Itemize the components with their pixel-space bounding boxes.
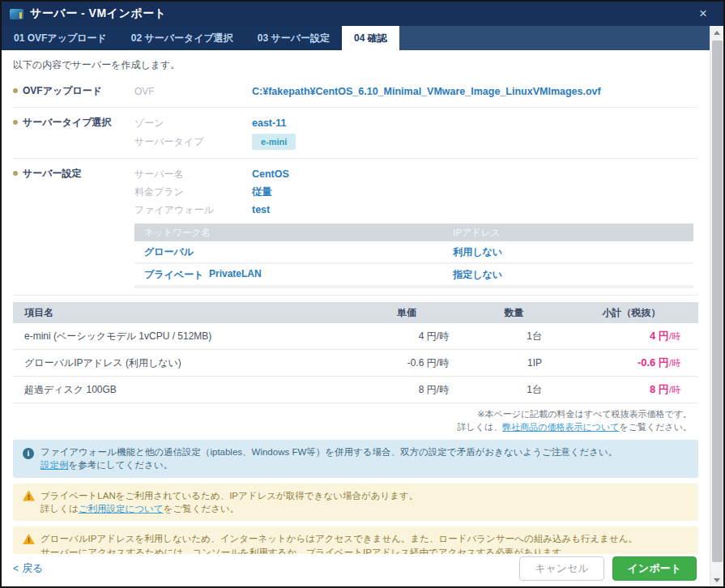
- section-server-type-title: サーバータイプ選択: [23, 116, 111, 130]
- config-example-link[interactable]: 設定例: [41, 460, 69, 470]
- network-table-header: ネットワーク名 IPアドレス: [134, 224, 693, 241]
- pricing-subtotal: -0.6 円/時: [565, 356, 698, 370]
- ovf-file-row: OVF C:¥fakepath¥CentOS_6.10_Minimal_VMwa…: [134, 84, 698, 99]
- firewall-value: test: [252, 204, 270, 215]
- section-server-type: サーバータイプ選択 ゾーン east-11 サーバータイプ e-mini: [13, 108, 698, 159]
- close-icon[interactable]: ×: [691, 2, 715, 25]
- section-ovf-upload: OVFアップロード OVF C:¥fakepath¥CentOS_6.10_Mi…: [13, 76, 698, 108]
- scroll-down-icon: [714, 578, 720, 582]
- network-name-header: ネットワーク名: [134, 227, 453, 239]
- pricing-unit-header: 単価: [350, 306, 463, 320]
- scroll-up-button[interactable]: [710, 26, 723, 39]
- table-row: グローバル 利用しない: [134, 241, 693, 262]
- title-bar: サーバー - VMインポート ×: [2, 2, 723, 26]
- server-type-badge: e-mini: [252, 134, 296, 150]
- intro-text: 以下の内容でサーバーを作成します。: [13, 58, 698, 71]
- pricing-qty: 1台: [463, 330, 565, 343]
- pricing-qty: 1IP: [463, 357, 565, 369]
- server-name-value: CentOS: [252, 168, 289, 180]
- zone-label: ゾーン: [134, 117, 252, 130]
- network-detail: PrivateLAN: [209, 268, 262, 282]
- tax-note-line2: 詳しくは、弊社商品の価格表示についてをご覧ください。: [13, 421, 692, 434]
- wizard-tab-bar: 01 OVFアップロード 02 サーバータイプ選択 03 サーバー設定 04 確…: [2, 26, 710, 50]
- pricing-unit: 8 円/時: [350, 383, 463, 397]
- tax-note-line1: ※本ページに記載の料金はすべて税抜表示価格です。: [13, 408, 692, 421]
- pricing-qty-header: 数量: [463, 306, 565, 320]
- scrollbar-thumb[interactable]: [712, 40, 723, 562]
- pricing-unit: -0.6 円/時: [350, 356, 463, 370]
- pricing-item: e-mini (ベーシックモデル 1vCPU / 512MB): [13, 330, 350, 343]
- section-ovf-title: OVFアップロード: [23, 84, 102, 98]
- tab-confirm[interactable]: 04 確認: [342, 26, 399, 50]
- network-ip-value: 指定しない: [453, 268, 693, 282]
- dialog-title: サーバー - VMインポート: [30, 6, 166, 21]
- private-lan-warning-box: ! プライベートLANをご利用されているため、IPアドレスが取得できない場合があ…: [13, 484, 698, 522]
- network-name: グローバル: [144, 245, 209, 259]
- section-bullet-icon: [13, 88, 18, 93]
- table-row: グローバルIPアドレス (利用しない) -0.6 円/時 1IP -0.6 円/…: [13, 350, 698, 377]
- network-ip-header: IPアドレス: [453, 227, 693, 239]
- cancel-button[interactable]: キャンセル: [519, 556, 604, 581]
- scrollbar[interactable]: [710, 26, 723, 586]
- global-ip-warning-text: グローバルIPアドレスを利用しないため、インターネットからはアクセスできません。…: [41, 534, 638, 543]
- server-icon: [10, 9, 23, 19]
- pricing-item-header: 項目名: [13, 306, 350, 320]
- back-link[interactable]: < 戻る: [13, 561, 43, 576]
- ovf-file-path: C:¥fakepath¥CentOS_6.10_Minimal_VMware_I…: [252, 86, 601, 97]
- plan-row: 料金プラン 従量: [134, 185, 698, 199]
- table-row: e-mini (ベーシックモデル 1vCPU / 512MB) 4 円/時 1台…: [13, 323, 698, 350]
- ovf-label: OVF: [134, 86, 252, 97]
- section-bullet-icon: [13, 171, 18, 176]
- pricing-unit: 4 円/時: [350, 330, 463, 343]
- tab-server-config[interactable]: 03 サーバー設定: [245, 26, 342, 50]
- dialog-footer: < 戻る キャンセル インポート: [2, 554, 710, 586]
- firewall-info-text: ファイアウォール機能と他の通信設定（iptables、Windows FW等）を…: [41, 447, 617, 457]
- pricing-qty: 1台: [463, 383, 565, 397]
- private-lan-warning-text: プライベートLANをご利用されているため、IPアドレスが取得できない場合がありま…: [41, 491, 418, 501]
- pricing-subtotal: 4 円/時: [565, 329, 698, 343]
- price-display-link[interactable]: 弊社商品の価格表示について: [502, 422, 619, 432]
- usage-settings-link[interactable]: ご利用設定について: [79, 504, 164, 513]
- pricing-subtotal-header: 小計（税抜）: [565, 306, 698, 320]
- firewall-row: ファイアウォール test: [134, 202, 698, 217]
- pricing-item: グローバルIPアドレス (利用しない): [13, 356, 350, 370]
- firewall-label: ファイアウォール: [134, 203, 252, 217]
- tax-note: ※本ページに記載の料金はすべて税抜表示価格です。 詳しくは、弊社商品の価格表示に…: [13, 408, 692, 434]
- info-icon: i: [23, 448, 34, 459]
- network-name: プライベート: [144, 268, 209, 282]
- confirm-panel: 以下の内容でサーバーを作成します。 OVFアップロード OVF C:¥fakep…: [2, 50, 710, 554]
- server-name-row: サーバー名 CentOS: [134, 167, 698, 181]
- pricing-item: 超過ディスク 100GB: [13, 383, 350, 397]
- server-type-label: サーバータイプ: [134, 135, 252, 149]
- plan-label: 料金プラン: [134, 185, 252, 199]
- pricing-header: 項目名 単価 数量 小計（税抜）: [13, 302, 698, 323]
- tab-ovf-upload[interactable]: 01 OVFアップロード: [2, 26, 119, 50]
- vm-import-dialog: サーバー - VMインポート × 01 OVFアップロード 02 サーバータイプ…: [0, 0, 725, 588]
- tab-server-type[interactable]: 02 サーバータイプ選択: [119, 26, 245, 50]
- table-row: プライベート PrivateLAN 指定しない: [134, 264, 693, 285]
- scroll-down-button[interactable]: [710, 573, 723, 586]
- warning-icon: !: [23, 491, 35, 501]
- pricing-subtotal: 8 円/時: [565, 382, 698, 397]
- server-name-label: サーバー名: [134, 168, 252, 181]
- section-server-config-title: サーバー設定: [23, 167, 82, 181]
- section-bullet-icon: [13, 120, 18, 125]
- zone-row: ゾーン east-11: [134, 116, 698, 130]
- scroll-up-icon: [714, 31, 720, 35]
- firewall-info-box: i ファイアウォール機能と他の通信設定（iptables、Windows FW等…: [13, 440, 698, 478]
- warning-icon: !: [23, 534, 35, 544]
- network-table: ネットワーク名 IPアドレス グローバル 利用しない: [134, 224, 693, 288]
- section-server-config: サーバー設定 サーバー名 CentOS 料金プラン 従量 ファイアウォール: [13, 159, 698, 296]
- pricing-table: 項目名 単価 数量 小計（税抜） e-mini (ベーシックモデル 1vCPU …: [13, 302, 698, 403]
- plan-value: 従量: [252, 185, 272, 199]
- zone-value: east-11: [252, 117, 286, 129]
- import-button[interactable]: インポート: [612, 556, 697, 581]
- global-ip-warning-text2: サーバーにアクセスするためには、コンソールを利用するか、プライベートIPアドレス…: [41, 548, 571, 554]
- network-ip-value: 利用しない: [453, 245, 693, 259]
- back-chevron-icon: <: [13, 563, 19, 574]
- global-ip-warning-box: ! グローバルIPアドレスを利用しないため、インターネットからはアクセスできませ…: [13, 526, 698, 554]
- server-type-row: サーバータイプ e-mini: [134, 134, 698, 150]
- table-row: 超過ディスク 100GB 8 円/時 1台 8 円/時: [13, 377, 698, 403]
